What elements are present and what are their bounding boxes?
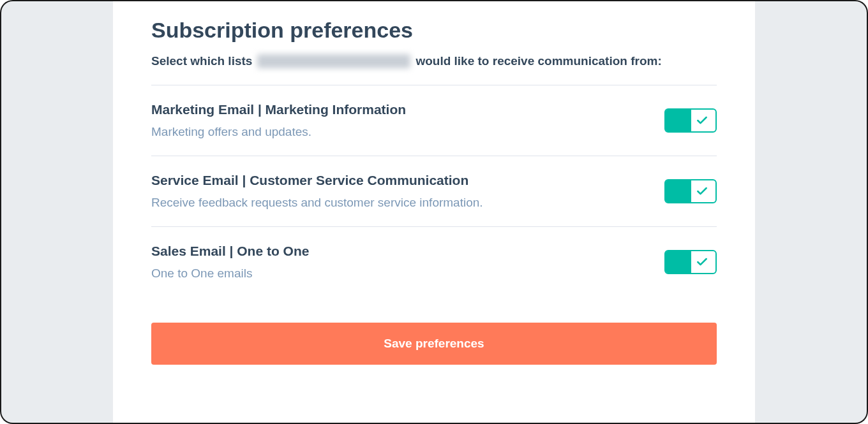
check-icon	[689, 251, 715, 273]
save-button[interactable]: Save preferences	[151, 323, 717, 365]
window-frame: Subscription preferences Select which li…	[1, 1, 867, 423]
toggle-service[interactable]	[664, 179, 717, 203]
preference-text: Marketing Email | Marketing Information …	[151, 102, 664, 139]
preference-description: One to One emails	[151, 267, 639, 281]
preference-title: Marketing Email | Marketing Information	[151, 102, 639, 117]
preference-row-service: Service Email | Customer Service Communi…	[151, 156, 717, 226]
preference-description: Marketing offers and updates.	[151, 125, 639, 139]
preference-description: Receive feedback requests and customer s…	[151, 196, 639, 210]
redacted-email	[257, 54, 410, 68]
preference-title: Sales Email | One to One	[151, 244, 639, 259]
preference-text: Sales Email | One to One One to One emai…	[151, 244, 664, 281]
page-title: Subscription preferences	[151, 18, 717, 43]
subtitle-suffix: would like to receive communication from…	[415, 54, 661, 68]
preference-text: Service Email | Customer Service Communi…	[151, 173, 664, 210]
toggle-fill	[666, 110, 691, 131]
preferences-card: Subscription preferences Select which li…	[113, 1, 755, 423]
toggle-fill	[666, 180, 691, 202]
preference-row-marketing: Marketing Email | Marketing Information …	[151, 85, 717, 156]
toggle-marketing[interactable]	[664, 108, 717, 133]
preference-title: Service Email | Customer Service Communi…	[151, 173, 639, 188]
subtitle-prefix: Select which lists	[151, 54, 252, 68]
toggle-fill	[666, 251, 691, 273]
check-icon	[689, 180, 715, 202]
page-subtitle: Select which lists would like to receive…	[151, 54, 717, 68]
check-icon	[689, 110, 715, 131]
toggle-sales[interactable]	[664, 250, 717, 274]
preference-row-sales: Sales Email | One to One One to One emai…	[151, 227, 717, 297]
